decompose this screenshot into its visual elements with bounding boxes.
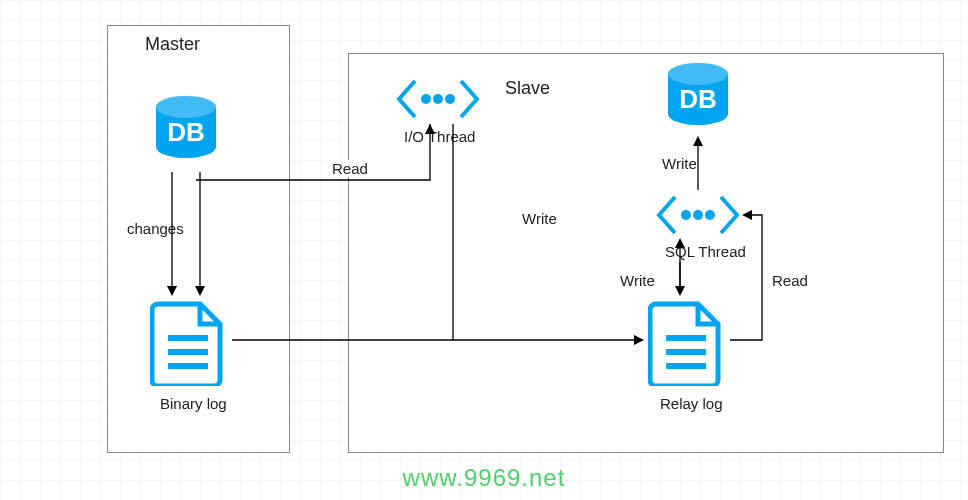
svg-point-15 bbox=[705, 210, 715, 220]
svg-point-12 bbox=[445, 94, 455, 104]
relay-log-label: Relay log bbox=[658, 395, 725, 412]
binary-log-label: Binary log bbox=[158, 395, 229, 412]
db-text: DB bbox=[679, 84, 717, 114]
thread-icon bbox=[395, 77, 481, 121]
database-icon: DB bbox=[662, 62, 734, 134]
thread-icon bbox=[655, 193, 741, 237]
svg-point-11 bbox=[433, 94, 443, 104]
edge-label-read: Read bbox=[330, 160, 370, 177]
watermark: www.9969.net bbox=[0, 464, 968, 492]
document-icon bbox=[150, 298, 228, 386]
svg-point-10 bbox=[421, 94, 431, 104]
master-title: Master bbox=[145, 34, 200, 55]
edge-label-changes: changes bbox=[125, 220, 186, 237]
svg-point-13 bbox=[681, 210, 691, 220]
master-container bbox=[107, 25, 290, 453]
svg-point-14 bbox=[693, 210, 703, 220]
edge-label-write: Write bbox=[520, 210, 559, 227]
svg-point-1 bbox=[156, 96, 216, 118]
edge-label-read: Read bbox=[770, 272, 810, 289]
edge-label-write: Write bbox=[660, 155, 699, 172]
edge-label-write: Write bbox=[618, 272, 657, 289]
db-text: DB bbox=[167, 117, 205, 147]
document-icon bbox=[648, 298, 726, 386]
database-icon: DB bbox=[150, 95, 222, 167]
svg-point-3 bbox=[668, 63, 728, 85]
sql-thread-label: SQL Thread bbox=[663, 243, 748, 260]
slave-title: Slave bbox=[505, 78, 550, 99]
io-thread-label: I/O Thread bbox=[402, 128, 477, 145]
